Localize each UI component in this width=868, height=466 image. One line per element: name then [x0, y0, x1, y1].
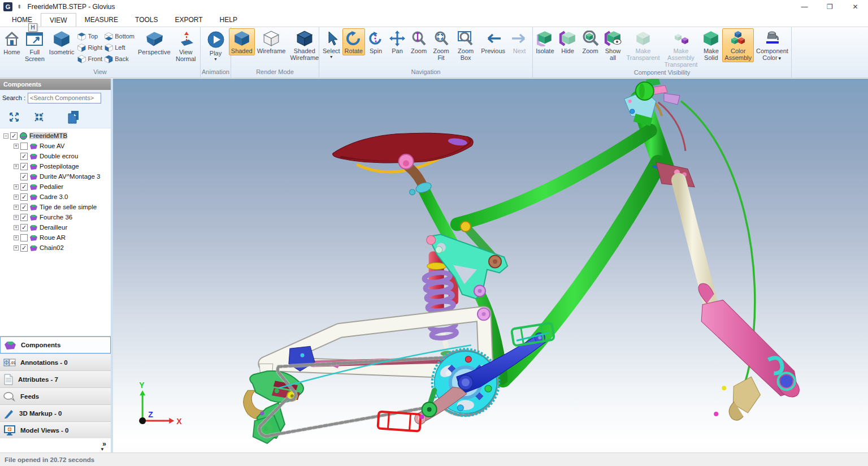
collapse-all-icon[interactable]	[34, 112, 44, 122]
expand-all-icon[interactable]	[9, 112, 19, 122]
make-transparent-button[interactable]: Make Transparent	[624, 28, 662, 62]
panel-overflow-button[interactable]: » ▼	[0, 438, 111, 452]
play-dropdown-icon[interactable]: ▼	[214, 57, 218, 61]
model-canvas[interactable]: Y X Z	[113, 79, 868, 452]
part-saddle-assembly[interactable]	[333, 133, 474, 195]
tree-expander[interactable]: +	[14, 225, 19, 230]
select-dropdown-icon[interactable]: ▼	[329, 55, 333, 59]
tree-item[interactable]: +✓Postepilotage	[0, 161, 111, 171]
panel-markup-button[interactable]: 3D Markup - 0	[0, 404, 111, 421]
restore-button[interactable]: ❐	[817, 0, 843, 13]
component-color-button[interactable]: Component Color▼	[754, 28, 791, 62]
isolate-icon	[536, 31, 554, 46]
tree-item[interactable]: ✓Double ecrou	[0, 151, 111, 161]
tab-help[interactable]: HELP	[211, 13, 246, 27]
panel-feeds-button[interactable]: Feeds	[0, 387, 111, 404]
tab-tools[interactable]: TOOLS	[127, 13, 166, 27]
full-screen-button[interactable]: Full Screen	[23, 28, 47, 63]
spin-button[interactable]: Spin	[365, 28, 387, 55]
view-bottom-button[interactable]: Bottom	[103, 31, 136, 42]
tree-item[interactable]: +Roue AR	[0, 232, 111, 243]
tree-expander[interactable]: −	[3, 133, 8, 139]
panel-annotations-button[interactable]: .01Annotations - 0	[0, 353, 111, 370]
view-front-button[interactable]: Front	[76, 53, 103, 64]
tree-checkbox[interactable]: ✓	[20, 244, 28, 252]
part-frame-cadre[interactable]	[424, 89, 675, 379]
tree-checkbox[interactable]: ✓	[20, 193, 28, 201]
shaded-wireframe-button[interactable]: Shaded Wireframe	[288, 28, 321, 62]
shaded-button[interactable]: Shaded	[229, 28, 255, 55]
wireframe-button[interactable]: Wireframe	[255, 28, 288, 55]
tab-view[interactable]: VIEW	[41, 13, 76, 27]
view-normal-button[interactable]: View Normal	[173, 28, 199, 63]
view-back-button[interactable]: Back	[103, 53, 136, 64]
copy-icon[interactable]	[67, 110, 80, 124]
tree-checkbox[interactable]	[20, 234, 28, 241]
color-assembly-button[interactable]: Color Assembly	[722, 28, 754, 62]
quick-access-icon[interactable]: ⇟	[17, 3, 21, 10]
tab-measure[interactable]: MEASURE	[76, 13, 127, 27]
tree-checkbox[interactable]: ✓	[20, 204, 28, 211]
panel-modelviews-button[interactable]: Model Views - 0	[0, 421, 111, 438]
tree-expander[interactable]: +	[14, 205, 19, 210]
previous-button[interactable]: Previous	[479, 28, 507, 55]
hide-button[interactable]: Hide	[557, 28, 579, 55]
zoom-component-button[interactable]: Zoom	[579, 28, 602, 55]
close-button[interactable]: ✕	[843, 0, 868, 13]
isometric-button[interactable]: Isometric	[47, 28, 77, 57]
home-button[interactable]: Home	[1, 28, 23, 57]
tree-checkbox[interactable]: ✓	[20, 163, 28, 170]
tree-item[interactable]: +Roue AV	[0, 141, 111, 151]
component-color-dropdown-icon[interactable]: ▼	[778, 56, 782, 61]
isolate-button[interactable]: Isolate	[533, 28, 556, 55]
tree-item[interactable]: +✓Tige de selle simple	[0, 202, 111, 212]
tree-expander[interactable]: +	[14, 215, 19, 220]
tree-checkbox[interactable]: ✓	[20, 183, 28, 191]
perspective-button[interactable]: Perspective	[136, 28, 172, 57]
minimize-button[interactable]: —	[792, 0, 817, 13]
rotate-button[interactable]: Rotate	[342, 28, 365, 55]
tree-expander[interactable]: +	[14, 164, 19, 169]
view-left-button[interactable]: Left	[103, 42, 136, 53]
tree-item[interactable]: ✓Durite AV^Montage 3	[0, 171, 111, 182]
show-all-button[interactable]: Show all	[602, 28, 624, 62]
tree-checkbox[interactable]: ✓	[20, 173, 28, 180]
tree-checkbox[interactable]	[20, 143, 28, 150]
part-fork[interactable]	[656, 162, 804, 421]
part-stem-handlebar[interactable]	[624, 79, 680, 126]
tree-expander[interactable]: +	[14, 195, 19, 200]
part-chain-guide[interactable]	[420, 390, 437, 419]
tree-item[interactable]: +✓Fourche 36	[0, 212, 111, 222]
next-button[interactable]: Next	[507, 28, 531, 55]
tree-item[interactable]: +✓Chain02	[0, 243, 111, 253]
tree-expander[interactable]: +	[14, 144, 19, 149]
tree-item[interactable]: +✓Derailleur	[0, 222, 111, 232]
tree-expander[interactable]: +	[14, 235, 19, 240]
tree-checkbox[interactable]: ✓	[20, 214, 28, 221]
tree-checkbox[interactable]: ✓	[20, 224, 28, 231]
play-button[interactable]: Play ▼	[205, 28, 227, 62]
model-viewport[interactable]: Y X Z	[113, 79, 868, 452]
app-logo-icon[interactable]: G	[3, 2, 12, 11]
tree-expander[interactable]: +	[14, 245, 19, 251]
tree-expander[interactable]: +	[14, 184, 19, 189]
make-assembly-transparent-button[interactable]: Make Assembly Transparent	[662, 28, 700, 69]
zoom-box-button[interactable]: Zoom Box	[453, 28, 479, 62]
panel-attributes-button[interactable]: Attributes - 7	[0, 370, 111, 387]
view-right-button[interactable]: Right	[76, 42, 103, 53]
tree-item[interactable]: +✓Cadre 3.0	[0, 192, 111, 202]
tree-checkbox[interactable]: ✓	[20, 153, 28, 160]
tree-item[interactable]: −✓FreerideMTB	[0, 131, 111, 141]
zoom-fit-button[interactable]: Zoom Fit	[429, 28, 453, 62]
panel-components-button[interactable]: Components	[0, 336, 111, 353]
tree-checkbox[interactable]: ✓	[10, 132, 18, 140]
select-button[interactable]: Select ▼	[320, 28, 342, 60]
search-input[interactable]	[28, 93, 101, 103]
zoom-button[interactable]: Zoom	[408, 28, 429, 55]
tree-item[interactable]: +✓Pedalier	[0, 182, 111, 192]
tab-export[interactable]: EXPORT	[166, 13, 211, 27]
status-text: File opened in 20.72 seconds	[5, 456, 94, 463]
view-top-button[interactable]: Top	[76, 31, 103, 42]
pan-button[interactable]: Pan	[387, 28, 408, 55]
make-solid-button[interactable]: Make Solid	[700, 28, 722, 62]
